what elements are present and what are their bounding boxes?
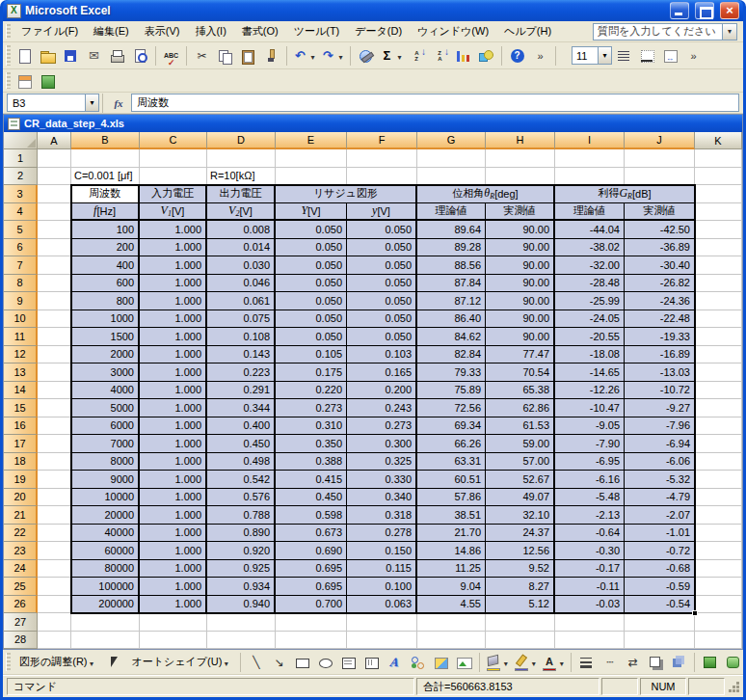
cell-C21[interactable]: 1.000 bbox=[140, 506, 207, 525]
cell-K27[interactable] bbox=[695, 613, 742, 632]
cell-G5[interactable]: 89.64 bbox=[417, 221, 486, 239]
cell-A16[interactable] bbox=[38, 417, 71, 436]
select-objects-button[interactable] bbox=[103, 652, 125, 673]
cell-G1[interactable] bbox=[417, 149, 486, 168]
cell-E28[interactable] bbox=[276, 632, 347, 650]
cell-H11[interactable]: 90.00 bbox=[486, 328, 555, 346]
cell-D26[interactable]: 0.940 bbox=[207, 596, 276, 614]
cell-E14[interactable]: 0.220 bbox=[276, 382, 347, 400]
cell-I17[interactable]: -7.90 bbox=[555, 435, 625, 453]
cell-H21[interactable]: 32.10 bbox=[486, 506, 555, 525]
cell-G9[interactable]: 87.12 bbox=[417, 292, 486, 310]
cell-I21[interactable]: -2.13 bbox=[555, 506, 625, 525]
cell-A4[interactable] bbox=[38, 203, 71, 222]
cell-C11[interactable]: 1.000 bbox=[140, 328, 207, 346]
cell-K26[interactable] bbox=[695, 596, 742, 614]
cell-F16[interactable]: 0.273 bbox=[347, 417, 417, 436]
cell-E2[interactable] bbox=[276, 168, 347, 186]
cell-F18[interactable]: 0.325 bbox=[347, 453, 417, 471]
cell-E26[interactable]: 0.700 bbox=[276, 596, 347, 614]
dash-style-button[interactable]: ┄ bbox=[599, 652, 621, 673]
row-header-15[interactable]: 15 bbox=[4, 399, 38, 417]
cell-A3[interactable] bbox=[38, 185, 71, 203]
cell-D11[interactable]: 0.108 bbox=[207, 328, 276, 346]
cell-F27[interactable] bbox=[347, 613, 417, 632]
cell-I4[interactable]: 理論値 bbox=[555, 203, 625, 222]
cell-K1[interactable] bbox=[695, 149, 742, 168]
diagram-button[interactable] bbox=[407, 652, 429, 673]
cell-K16[interactable] bbox=[695, 417, 742, 436]
cell-B2[interactable]: C=0.001 [μf] bbox=[71, 168, 140, 186]
cell-E25[interactable]: 0.695 bbox=[276, 578, 347, 596]
cell-I23[interactable]: -0.30 bbox=[555, 542, 625, 560]
row-header-3[interactable]: 3 bbox=[4, 185, 38, 203]
cell-E12[interactable]: 0.105 bbox=[276, 346, 347, 364]
column-header-J[interactable]: J bbox=[625, 132, 695, 149]
cell-H28[interactable] bbox=[486, 632, 555, 650]
cell-B7[interactable]: 400 bbox=[71, 256, 140, 275]
cell-H1[interactable] bbox=[486, 149, 555, 168]
cell-G23[interactable]: 14.86 bbox=[417, 542, 486, 560]
row-header-5[interactable]: 5 bbox=[4, 221, 38, 239]
menu-help[interactable]: ヘルプ(H) bbox=[496, 21, 559, 41]
cell-A6[interactable] bbox=[38, 239, 71, 257]
line-color-button[interactable] bbox=[512, 652, 539, 673]
cell-C9[interactable]: 1.000 bbox=[140, 292, 207, 310]
cell-D18[interactable]: 0.498 bbox=[207, 453, 276, 471]
row-header-22[interactable]: 22 bbox=[4, 525, 38, 543]
toolbar-grip[interactable] bbox=[6, 72, 11, 89]
cell-D9[interactable]: 0.061 bbox=[207, 292, 276, 310]
cell-B15[interactable]: 5000 bbox=[71, 399, 140, 417]
cell-K17[interactable] bbox=[695, 435, 742, 453]
cell-A20[interactable] bbox=[38, 489, 71, 507]
cell-A2[interactable] bbox=[38, 168, 71, 186]
cell-E20[interactable]: 0.450 bbox=[276, 489, 347, 507]
cell-J12[interactable]: -16.89 bbox=[625, 346, 695, 364]
cell-D4[interactable]: V2 [V] bbox=[207, 203, 276, 222]
row-header-28[interactable]: 28 bbox=[4, 632, 38, 650]
redo-button[interactable]: ↷ bbox=[319, 45, 346, 67]
cell-G15[interactable]: 72.56 bbox=[417, 399, 486, 417]
cell-D6[interactable]: 0.014 bbox=[207, 239, 276, 257]
cell-K22[interactable] bbox=[695, 525, 742, 543]
cell-F15[interactable]: 0.243 bbox=[347, 399, 417, 417]
cell-I1[interactable] bbox=[555, 149, 625, 168]
cell-B20[interactable]: 10000 bbox=[71, 489, 140, 507]
cell-J26[interactable]: -0.54 bbox=[625, 596, 695, 614]
cell-F8[interactable]: 0.050 bbox=[347, 275, 417, 293]
insert-hyperlink-button[interactable] bbox=[355, 45, 377, 67]
column-header-F[interactable]: F bbox=[347, 132, 417, 149]
cell-F1[interactable] bbox=[347, 149, 417, 168]
cell-A8[interactable] bbox=[38, 275, 71, 293]
cell-K5[interactable] bbox=[695, 221, 742, 239]
cell-G19[interactable]: 60.51 bbox=[417, 471, 486, 489]
cell-C22[interactable]: 1.000 bbox=[140, 525, 207, 543]
row-header-26[interactable]: 26 bbox=[4, 596, 38, 614]
cell-B12[interactable]: 2000 bbox=[71, 346, 140, 364]
cell-I11[interactable]: -20.55 bbox=[555, 328, 625, 346]
cell-E17[interactable]: 0.350 bbox=[276, 435, 347, 453]
cell-G24[interactable]: 11.25 bbox=[417, 560, 486, 579]
cell-C6[interactable]: 1.000 bbox=[140, 239, 207, 257]
cell-I13[interactable]: -14.65 bbox=[555, 363, 625, 382]
row-header-16[interactable]: 16 bbox=[4, 417, 38, 436]
draw-menu-button[interactable]: 図形の調整(R) bbox=[13, 653, 102, 672]
row-header-4[interactable]: 4 bbox=[4, 203, 38, 222]
cell-E13[interactable]: 0.175 bbox=[276, 363, 347, 382]
spelling-button[interactable]: ABC bbox=[160, 45, 182, 67]
cell-K14[interactable] bbox=[695, 382, 742, 400]
extra-button-2-button[interactable] bbox=[722, 652, 744, 673]
column-header-B[interactable]: B bbox=[71, 132, 140, 149]
cell-B28[interactable] bbox=[71, 632, 140, 650]
row-header-14[interactable]: 14 bbox=[4, 382, 38, 400]
cell-A12[interactable] bbox=[38, 346, 71, 364]
cell-C8[interactable]: 1.000 bbox=[140, 275, 207, 293]
cell-J23[interactable]: -0.72 bbox=[625, 542, 695, 560]
cell-G3[interactable]: 位相角 θR [deg] bbox=[417, 185, 555, 203]
cell-B1[interactable] bbox=[71, 149, 140, 168]
fill-color-button[interactable] bbox=[484, 652, 511, 673]
cell-H13[interactable]: 70.54 bbox=[486, 363, 555, 382]
cell-G8[interactable]: 87.84 bbox=[417, 275, 486, 293]
cell-F21[interactable]: 0.318 bbox=[347, 506, 417, 525]
cell-B26[interactable]: 200000 bbox=[71, 596, 140, 614]
